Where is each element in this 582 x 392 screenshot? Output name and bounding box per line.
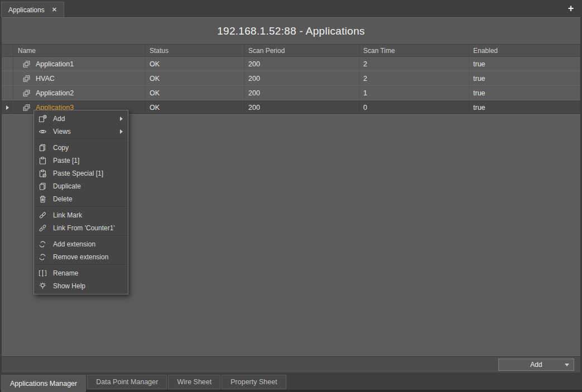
row-status[interactable]: OK (146, 100, 244, 114)
menu-item-label: Paste Special [1] (53, 170, 103, 177)
tab-wire-sheet[interactable]: Wire Sheet (168, 375, 220, 389)
row-name-cell[interactable]: Application2 (13, 86, 146, 100)
tab-applications-label: Applications (8, 6, 45, 14)
eye-icon (39, 128, 47, 135)
tab-label: Applications Manager (10, 380, 77, 388)
row-scan-time[interactable]: 2 (359, 57, 469, 71)
menu-item-rename[interactable]: Rename (34, 267, 128, 279)
menu-separator (34, 264, 128, 265)
row-name: Application2 (36, 89, 74, 97)
row-selector-cell[interactable] (2, 71, 13, 85)
row-enabled[interactable]: true (469, 100, 580, 114)
menu-item-label: Link From 'Counter1' (53, 224, 115, 232)
add-button-label: Add (530, 361, 542, 369)
row-scan-period[interactable]: 200 (244, 100, 359, 114)
column-header-scan-period[interactable]: Scan Period (244, 45, 359, 56)
link-icon (39, 211, 47, 219)
table-row[interactable]: Application2 OK 200 1 true (2, 86, 580, 100)
paste-special-icon (39, 170, 47, 177)
extension-icon (39, 240, 47, 248)
application-window: Applications ✕ + 192.168.1.52:88 - Appli… (0, 0, 582, 392)
column-header-name[interactable]: Name (13, 45, 146, 56)
row-status[interactable]: OK (146, 57, 244, 71)
tab-bar-bottom-strip (0, 390, 582, 392)
application-icon (22, 89, 31, 98)
menu-item-label: Rename (53, 269, 78, 277)
row-enabled[interactable]: true (469, 86, 580, 100)
table-row[interactable]: HVAC OK 200 2 true (2, 71, 580, 86)
menu-item-paste-special[interactable]: Paste Special [1] (34, 167, 128, 180)
tab-label: Data Point Manager (96, 378, 158, 386)
menu-item-views[interactable]: Views (34, 125, 128, 138)
row-scan-period[interactable]: 200 (244, 86, 359, 100)
menu-item-link-mark[interactable]: Link Mark (34, 209, 128, 221)
menu-item-add-extension[interactable]: Add extension (34, 238, 128, 250)
lightbulb-icon (39, 282, 47, 290)
row-scan-period[interactable]: 200 (244, 57, 359, 71)
close-icon[interactable]: ✕ (52, 6, 57, 13)
row-status[interactable]: OK (146, 71, 244, 85)
bottom-action-bar: Add (2, 356, 580, 372)
page-title: 192.168.1.52:88 - Applications (217, 25, 365, 37)
duplicate-icon (39, 182, 47, 190)
menu-item-label: Add extension (53, 240, 95, 248)
row-scan-period[interactable]: 200 (244, 71, 359, 85)
menu-item-label: Show Help (53, 282, 85, 290)
menu-item-label: Delete (53, 195, 73, 203)
menu-item-label: Views (53, 128, 71, 135)
menu-item-add[interactable]: Add (34, 112, 128, 125)
submenu-arrow-icon (120, 117, 123, 121)
menu-item-show-help[interactable]: Show Help (34, 279, 128, 292)
rename-icon (39, 269, 47, 277)
row-scan-time[interactable]: 1 (359, 86, 469, 100)
row-selector-cell[interactable] (2, 86, 13, 100)
menu-item-remove-extension[interactable]: Remove extension (34, 250, 128, 263)
menu-item-paste[interactable]: Paste [1] (34, 154, 128, 167)
menu-item-label: Remove extension (53, 253, 108, 261)
tab-property-sheet[interactable]: Property Sheet (222, 375, 286, 389)
tab-applications[interactable]: Applications ✕ (1, 2, 64, 17)
row-enabled[interactable]: true (469, 57, 580, 71)
application-icon (22, 103, 31, 112)
row-enabled[interactable]: true (469, 71, 580, 85)
row-scan-time[interactable]: 0 (359, 100, 469, 114)
header-gutter-cell (2, 45, 13, 56)
menu-item-label: Duplicate (53, 182, 81, 190)
chevron-down-icon[interactable] (565, 364, 569, 366)
panel-title-bar: 192.168.1.52:88 - Applications (2, 18, 580, 45)
column-header-enabled[interactable]: Enabled (469, 45, 580, 56)
row-name-cell[interactable]: HVAC (13, 71, 146, 85)
menu-separator (34, 139, 128, 140)
column-header-scan-time[interactable]: Scan Time (359, 45, 469, 56)
menu-separator (34, 235, 128, 236)
row-name-cell[interactable]: Application1 (13, 57, 146, 71)
add-button[interactable]: Add (498, 359, 574, 371)
tab-applications-manager[interactable]: Applications Manager (1, 375, 86, 392)
menu-item-duplicate[interactable]: Duplicate (34, 180, 128, 192)
row-name: HVAC (36, 75, 55, 83)
menu-item-label: Add (53, 115, 65, 123)
menu-item-label: Copy (53, 144, 69, 152)
link-broken-icon (39, 224, 47, 232)
tab-label: Property Sheet (230, 378, 277, 386)
top-tab-bar: Applications ✕ + (0, 0, 582, 18)
tab-data-point-manager[interactable]: Data Point Manager (87, 375, 167, 389)
menu-item-link-from[interactable]: Link From 'Counter1' (34, 221, 128, 234)
row-scan-time[interactable]: 2 (359, 71, 469, 85)
menu-item-copy[interactable]: Copy (34, 141, 128, 154)
new-tab-button[interactable]: + (565, 2, 577, 14)
menu-item-label: Paste [1] (53, 157, 79, 164)
copy-icon (39, 144, 47, 152)
table-row[interactable]: Application1 OK 200 2 true (2, 57, 580, 71)
submenu-arrow-icon (120, 129, 123, 134)
row-selector-cell[interactable] (2, 100, 13, 114)
column-header-status[interactable]: Status (146, 45, 244, 56)
row-name: Application1 (36, 60, 74, 68)
row-selector-cell[interactable] (2, 57, 13, 71)
table-header-row: Name Status Scan Period Scan Time Enable… (2, 45, 580, 57)
menu-separator (34, 206, 128, 207)
trash-icon (39, 195, 47, 203)
row-status[interactable]: OK (146, 86, 244, 100)
extension-icon (39, 253, 47, 261)
menu-item-delete[interactable]: Delete (34, 192, 128, 205)
